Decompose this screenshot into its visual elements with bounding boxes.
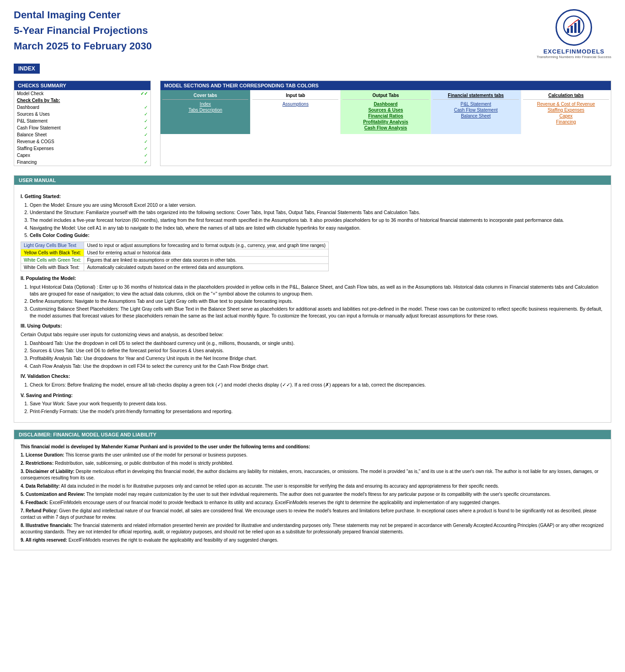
- tab-link-staffing[interactable]: Staffing Expenses: [523, 108, 609, 113]
- check-item-value: ✓: [122, 124, 150, 131]
- tabs-grid: Cover tabs Index Tabs Description Input …: [160, 90, 611, 134]
- check-item-value: ✓: [122, 111, 150, 118]
- tab-link-tabs-description[interactable]: Tabs Description: [162, 108, 248, 113]
- tab-link-dashboard[interactable]: Dashboard: [342, 102, 428, 107]
- table-row: Financing ✓: [14, 159, 150, 166]
- color-desc-white-green: Figures that are linked to assumptions o…: [84, 257, 329, 264]
- list-item: Check for Errors: Before finalizing the …: [30, 382, 604, 388]
- header-titles: Dental Imaging Center 5-Year Financial P…: [14, 9, 152, 52]
- output-tabs-header: Output Tabs: [342, 93, 428, 100]
- list-item: Save Your Work: Save your work frequentl…: [30, 400, 604, 407]
- list-item: Print-Friendly Formats: Use the model's …: [30, 408, 604, 415]
- tab-link-cashflow-stmt[interactable]: Cash Flow Statement: [433, 108, 519, 113]
- input-tabs-header: Input tab: [252, 93, 338, 100]
- cover-tabs-col: Cover tabs Index Tabs Description: [160, 90, 251, 134]
- section4-list: Check for Errors: Before finalizing the …: [30, 382, 604, 388]
- check-item-label: Sources & Uses: [14, 111, 122, 118]
- disclaimer-content: This financial model is developed by Mah…: [14, 439, 611, 550]
- input-tabs-col: Input tab Assumptions: [251, 90, 341, 134]
- color-coding-table: Light Gray Cells Blue Text Used to input…: [21, 242, 329, 271]
- financial-tabs-col: Financial statements tabs P&L Statement …: [431, 90, 521, 134]
- model-sections-box: MODEL SECTIONS AND THEIR CORRESPONDING T…: [160, 81, 611, 166]
- check-item-value: ✓: [122, 104, 150, 111]
- check-cells-row: Check Cells by Tab:: [14, 97, 150, 104]
- color-cell-white-green: White Cells with Green Text:: [21, 257, 84, 264]
- output-tabs-col: Output Tabs Dashboard Sources & Uses Fin…: [341, 90, 431, 134]
- check-item-label: Capex: [14, 152, 122, 159]
- calc-tabs-col: Calculation tabs Revenue & Cost of Reven…: [521, 90, 611, 134]
- title-line2: 5-Year Financial Projections: [14, 25, 152, 37]
- tab-link-balance-sheet[interactable]: Balance Sheet: [433, 113, 519, 118]
- index-bar: INDEX: [14, 64, 40, 74]
- section3-intro: Certain Output tabs require user inputs …: [21, 331, 604, 338]
- list-item: Navigating the Model: Use cell A1 in any…: [30, 225, 604, 231]
- list-item: Dashboard Tab: Use the dropdown in cell …: [30, 340, 604, 347]
- disclaimer-header: DISCLAIMER: FINANCIAL MODEL USAGE AND LI…: [14, 430, 611, 439]
- section3-title: III. Using Outputs:: [21, 323, 604, 329]
- list-item: Customizing Balance Sheet Placeholders: …: [30, 306, 604, 319]
- check-cells-label: Check Cells by Tab:: [14, 97, 150, 104]
- disclaimer-box: DISCLAIMER: FINANCIAL MODEL USAGE AND LI…: [14, 430, 611, 550]
- calc-tabs-header: Calculation tabs: [523, 93, 609, 100]
- table-row: White Cells with Green Text: Figures tha…: [21, 257, 329, 264]
- svg-point-0: [564, 16, 584, 36]
- table-row: Staffing Expenses ✓: [14, 145, 150, 152]
- logo-text: EXCELFINMODELS: [537, 48, 611, 55]
- model-check-value: ✓✓: [122, 90, 150, 97]
- table-row: Sources & Uses ✓: [14, 111, 150, 118]
- model-sections-header: MODEL SECTIONS AND THEIR CORRESPONDING T…: [160, 81, 611, 90]
- color-desc-white-black: Automatically calculated outputs based o…: [84, 264, 329, 271]
- tab-link-index[interactable]: Index: [162, 102, 248, 107]
- model-check-row: Model Check ✓✓: [14, 90, 150, 97]
- tab-link-cashflow-analysis[interactable]: Cash Flow Analysis: [342, 125, 428, 130]
- svg-rect-4: [578, 20, 580, 33]
- list-item: Understand the Structure: Familiarize yo…: [30, 209, 604, 216]
- tab-link-financial-ratios[interactable]: Financial Ratios: [342, 113, 428, 118]
- check-item-value: ✓: [122, 152, 150, 159]
- list-item: Open the Model: Ensure you are using Mic…: [30, 202, 604, 209]
- table-row: Yellow Cells with Black Text: Used for e…: [21, 249, 329, 257]
- tab-link-assumptions[interactable]: Assumptions: [252, 102, 338, 107]
- disclaimer-item-8: 8. Illustrative financials: The financia…: [21, 522, 604, 535]
- list-item: Cells Color Coding Guide:: [30, 232, 604, 239]
- tab-link-profitability[interactable]: Profitability Analysis: [342, 119, 428, 124]
- page-header: Dental Imaging Center 5-Year Financial P…: [14, 9, 611, 59]
- table-row: Revenue & COGS ✓: [14, 138, 150, 145]
- check-item-value: ✓: [122, 131, 150, 138]
- logo-circle: [556, 9, 592, 46]
- check-item-value: ✓: [122, 159, 150, 166]
- svg-rect-1: [567, 28, 569, 33]
- disclaimer-item-6: 6. Feedback: ExcelFinModels encourage us…: [21, 500, 604, 506]
- color-desc-light-gray: Used to input or adjust assumptions for …: [84, 242, 329, 249]
- financial-tabs-header: Financial statements tabs: [433, 93, 519, 100]
- list-item: Sources & Uses Tab: Use cell D6 to defin…: [30, 347, 604, 354]
- section2-list: Input Historical Data (Optional) : Enter…: [30, 284, 604, 319]
- section5-list: Save Your Work: Save your work frequentl…: [30, 400, 604, 414]
- title-line3: March 2025 to February 2030: [14, 40, 152, 52]
- list-item: Profitability Analysis Tab: Use dropdown…: [30, 355, 604, 362]
- title-line1: Dental Imaging Center: [14, 9, 152, 21]
- check-item-label: P&L Statement: [14, 118, 122, 124]
- disclaimer-item-2: 2. Restrictions: Redistribution, sale, s…: [21, 460, 604, 467]
- logo-icon: [562, 15, 585, 41]
- tab-link-pl[interactable]: P&L Statement: [433, 102, 519, 107]
- list-item: Cash Flow Analysis Tab: Use the dropdown…: [30, 363, 604, 370]
- section1-list: Open the Model: Ensure you are using Mic…: [30, 202, 604, 239]
- tab-link-financing[interactable]: Financing: [523, 119, 609, 124]
- list-item: Input Historical Data (Optional) : Enter…: [30, 284, 604, 297]
- logo-area: EXCELFINMODELS Transforming Numbers into…: [537, 9, 611, 59]
- check-item-label: Cash Flow Statement: [14, 124, 122, 131]
- table-row: P&L Statement ✓: [14, 118, 150, 124]
- svg-rect-3: [574, 23, 577, 33]
- tab-link-capex[interactable]: Capex: [523, 113, 609, 118]
- check-item-value: ✓: [122, 145, 150, 152]
- model-check-label: Model Check: [14, 90, 122, 97]
- tab-link-revenue-cogs[interactable]: Revenue & Cost of Revenue: [523, 102, 609, 107]
- section3-list: Dashboard Tab: Use the dropdown in cell …: [30, 340, 604, 370]
- checks-summary-box: CHECKS SUMMARY Model Check ✓✓ Check Cell…: [14, 81, 151, 166]
- disclaimer-intro: This financial model is developed by Mah…: [21, 444, 604, 450]
- check-item-label: Dashboard: [14, 104, 122, 111]
- tab-link-sources-uses[interactable]: Sources & Uses: [342, 108, 428, 113]
- table-row: Dashboard ✓: [14, 104, 150, 111]
- cover-tabs-header: Cover tabs: [162, 93, 248, 100]
